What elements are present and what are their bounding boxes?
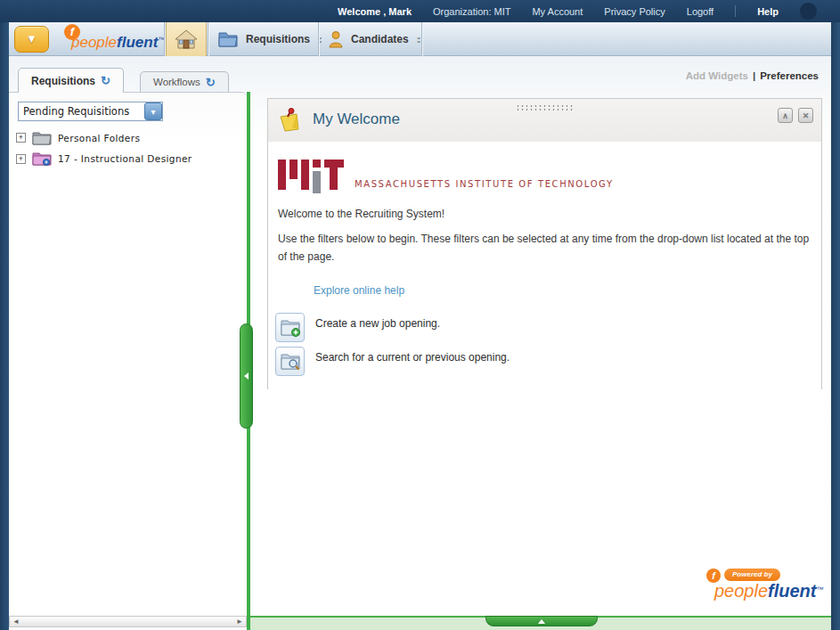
bottom-collapse-strip [250, 616, 831, 630]
requisitions-folder-icon [217, 30, 239, 48]
requisition-filter-select[interactable]: Pending Requisitions [18, 102, 163, 121]
refresh-icon[interactable] [101, 74, 110, 87]
toolbar-separator [164, 22, 165, 56]
widget-header: My Welcome [268, 99, 821, 142]
collapse-bottom-handle[interactable] [485, 616, 598, 626]
my-welcome-widget: My Welcome MASSACHUSETTS INSTITUTE OF TE… [267, 98, 822, 389]
add-widgets-link[interactable]: Add Widgets [686, 70, 748, 81]
candidates-menu-label: Candidates [351, 33, 409, 45]
options-divider: | [753, 70, 755, 81]
left-edge-frame [0, 22, 9, 630]
scroll-right-icon[interactable]: ► [233, 618, 246, 626]
widget-collapse-button[interactable] [778, 108, 793, 123]
home-icon [175, 29, 198, 50]
search-opening-button[interactable] [275, 347, 305, 376]
requisitions-menu-label: Requisitions [246, 33, 310, 45]
widget-drag-handle[interactable] [516, 104, 575, 111]
top-utility-bar: Welcome , Mark Organization: MIT My Acco… [0, 0, 840, 22]
candidates-menu[interactable]: Candidates [322, 22, 427, 56]
requisitions-menu[interactable]: Requisitions [212, 22, 329, 56]
powered-by-badge: Powered by [724, 569, 780, 581]
intro-paragraph: Use the filters below to begin. These fi… [278, 230, 812, 266]
help-link[interactable]: Help [757, 6, 779, 17]
pink-folder-gear-icon [32, 151, 52, 167]
filter-selected-value: Pending Requisitions [19, 105, 144, 118]
logoff-link[interactable]: Logoff [687, 6, 714, 17]
dashboard-options: Add Widgets|Preferences [686, 70, 819, 81]
scroll-left-icon[interactable]: ◄ [10, 618, 22, 626]
tab-requisitions-label: Requisitions [31, 75, 95, 87]
left-arrow-icon [244, 372, 249, 380]
widget-title: My Welcome [313, 110, 400, 128]
panel-horizontal-scrollbar[interactable]: ◄ ► [9, 616, 247, 627]
sticky-note-pin-icon [277, 108, 302, 133]
powered-by-peoplefluent-logo: Powered by peoplefluent™ [706, 563, 829, 610]
brand-fluent-text: fluent [117, 34, 158, 51]
brand-people-text: people [71, 34, 117, 51]
select-dropdown-arrow-icon[interactable] [144, 102, 162, 120]
tab-requisitions[interactable]: Requisitions [18, 68, 124, 93]
folder-magnifier-icon [280, 352, 301, 372]
up-arrow-icon [538, 619, 545, 624]
search-opening-row: Search for a current or previous opening… [275, 347, 510, 376]
brand-people-text: people [714, 581, 768, 601]
right-edge-frame [831, 22, 840, 630]
brand-fluent-text: fluent [768, 581, 816, 601]
peoplefluent-logo: peoplefluent™ [59, 24, 166, 54]
organization-label: Organization: MIT [433, 6, 510, 17]
tree-item-instructional-designer[interactable]: 17 - Instructional Designer [16, 151, 192, 167]
candidates-person-icon [328, 30, 344, 48]
widget-content: MASSACHUSETTS INSTITUTE OF TECHNOLOGY We… [268, 142, 821, 389]
explore-online-help-link[interactable]: Explore online help [314, 284, 404, 297]
create-job-opening-label: Create a new job opening. [315, 313, 440, 330]
home-button[interactable] [166, 22, 207, 56]
brand-trademark: ™ [817, 585, 824, 593]
requisitions-side-panel: Pending Requisitions Personal Folders [9, 92, 247, 593]
tree-item-personal-folders[interactable]: Personal Folders [16, 130, 140, 145]
content-region: Requisitions Workflows Pending Requisiti… [9, 56, 831, 630]
welcome-message: Welcome to the Recruiting System! [278, 208, 444, 220]
tree-item-label: 17 - Instructional Designer [58, 153, 192, 164]
tab-workflows[interactable]: Workflows [140, 71, 229, 93]
search-opening-label: Search for a current or previous opening… [315, 347, 510, 364]
privacy-policy-link[interactable]: Privacy Policy [604, 6, 665, 17]
application-window: Welcome , Mark Organization: MIT My Acco… [0, 0, 840, 630]
expand-plus-icon[interactable] [16, 154, 26, 164]
toolbar-separator [318, 22, 319, 56]
widget-close-button[interactable] [798, 108, 813, 123]
toolbar-separator [208, 22, 208, 56]
preferences-link[interactable]: Preferences [760, 70, 819, 81]
main-toolbar: peoplefluent™ Requisitions [0, 22, 840, 56]
help-question-icon[interactable] [800, 3, 817, 20]
tab-workflows-label: Workflows [153, 77, 200, 87]
refresh-icon[interactable] [206, 76, 216, 89]
quick-menu-button[interactable] [14, 26, 49, 53]
create-job-opening-row: Create a new job opening. [275, 313, 440, 342]
topbar-divider [735, 5, 736, 17]
tree-item-label: Personal Folders [58, 133, 140, 143]
mit-caption: MASSACHUSETTS INSTITUTE OF TECHNOLOGY [355, 179, 614, 189]
folder-plus-icon [280, 318, 301, 338]
gray-folder-icon [32, 130, 52, 145]
create-job-opening-button[interactable] [275, 313, 305, 342]
expand-plus-icon[interactable] [16, 133, 26, 143]
mit-logo [278, 160, 345, 193]
collapse-panel-handle[interactable] [240, 323, 253, 429]
my-account-link[interactable]: My Account [532, 6, 583, 17]
toolbar-separator [421, 22, 422, 56]
welcome-user-label: Welcome , Mark [338, 6, 412, 17]
